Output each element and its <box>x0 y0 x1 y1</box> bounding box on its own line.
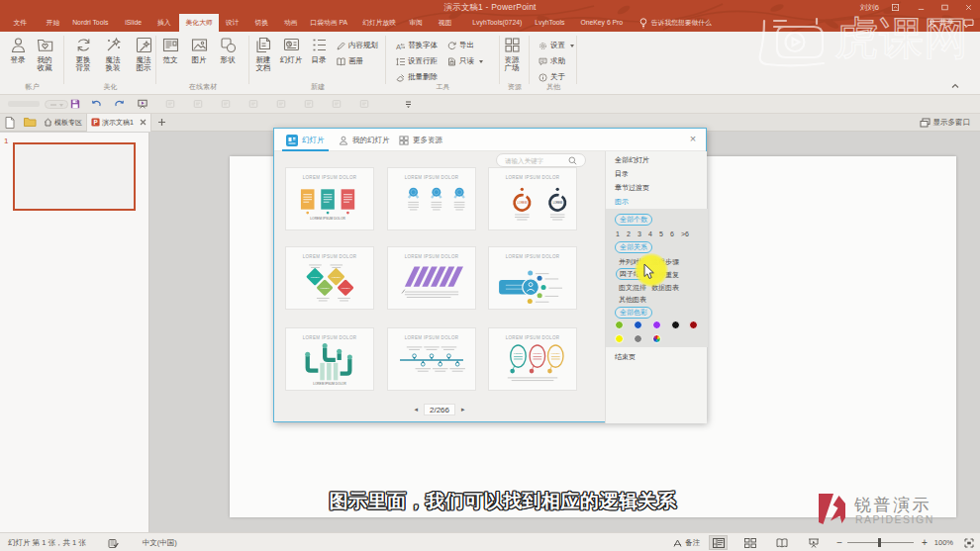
filter-count-4[interactable]: 4 <box>648 230 652 237</box>
menu-tab-11[interactable]: 幻灯片放映 <box>356 14 403 32</box>
menu-tab-12[interactable]: 审阅 <box>403 14 430 32</box>
tab-current-presentation[interactable]: P 演示文稿1 <box>87 114 151 132</box>
zoom-out-button[interactable]: − <box>836 537 842 548</box>
tell-me-box[interactable]: 告诉我您想要做什么 <box>630 14 712 32</box>
filter-color-dot-1[interactable] <box>615 321 624 329</box>
filter-count-6[interactable]: 6 <box>670 230 674 237</box>
menu-tab-10[interactable]: 口袋动画 PA <box>304 14 354 32</box>
menu-tab-2[interactable]: 开始 <box>40 14 66 32</box>
minimize-button[interactable] <box>915 2 927 12</box>
template-thumbnail-6[interactable]: LOREM IPSUM DOLOR <box>488 246 577 310</box>
menu-tab-7[interactable]: 设计 <box>219 14 245 32</box>
menu-tab-6[interactable]: 美化大师 <box>179 14 219 32</box>
sidebar-item-1[interactable]: 全部幻灯片 <box>615 155 649 165</box>
filter-relation-4[interactable]: 循环重复 <box>651 270 679 280</box>
ribbon-button[interactable]: 导出 <box>447 41 474 50</box>
ribbon-button[interactable]: 形状 <box>211 37 245 64</box>
sidebar-item-4[interactable]: 图示 <box>615 197 629 207</box>
dialog-close-button[interactable]: × <box>687 133 699 144</box>
sidebar-item-ending-page[interactable]: 结束页 <box>615 352 636 362</box>
zoom-level[interactable]: 100% <box>934 538 953 547</box>
menu-tab-1[interactable]: 文件 <box>7 14 34 32</box>
open-folder-icon[interactable] <box>20 117 40 128</box>
spellcheck-icon[interactable] <box>108 538 119 548</box>
ribbon-button[interactable]: 关于 <box>539 72 565 82</box>
template-thumbnail-5[interactable]: LOREM IPSUM DOLOR <box>387 246 476 310</box>
undo-icon[interactable] <box>91 99 101 109</box>
filter-color-dot-4[interactable] <box>671 321 680 329</box>
slideshow-view-button[interactable] <box>804 535 823 550</box>
ribbon-button[interactable]: 魔法 换装 <box>96 37 130 72</box>
fit-to-window-button[interactable] <box>964 538 974 548</box>
dialog-tab-1[interactable]: 幻灯片 <box>286 129 325 151</box>
menu-tab-4[interactable]: iSlide <box>119 14 148 32</box>
ribbon-button[interactable]: 批量删除 <box>396 72 438 82</box>
collapse-ribbon-icon[interactable] <box>950 82 960 90</box>
filter-pill-color[interactable]: 全部色彩 <box>615 307 652 319</box>
tab-template-zone[interactable]: 模板专区 <box>40 114 87 132</box>
language-label[interactable]: 中文(中国) <box>143 538 177 548</box>
start-slideshow-icon[interactable] <box>138 99 147 109</box>
next-page-button[interactable]: ▸ <box>461 404 465 415</box>
filter-relation-2[interactable]: 流程步骤 <box>651 257 679 267</box>
filter-relation-5[interactable]: 图文混排 <box>619 283 646 293</box>
close-button[interactable] <box>962 2 974 12</box>
menu-tab-13[interactable]: 视图 <box>432 14 458 32</box>
template-thumbnail-7[interactable]: LOREM IPSUM DOLOR LOREM IPSUM DOLOR <box>285 327 374 391</box>
filter-relation-3[interactable]: 因子结果 <box>616 268 651 280</box>
filter-color-dot-5[interactable] <box>689 321 698 329</box>
zoom-slider[interactable] <box>847 535 914 550</box>
slide-thumbnail[interactable] <box>13 142 136 211</box>
template-thumbnail-2[interactable]: LOREM IPSUM DOLOR <box>387 167 476 230</box>
redo-icon[interactable] <box>115 99 125 109</box>
filter-relation-7[interactable]: 其他图表 <box>619 295 646 305</box>
filter-pill-relation[interactable]: 全部关系 <box>615 241 652 253</box>
menu-tab-5[interactable]: 插入 <box>150 14 177 32</box>
filter-relation-1[interactable]: 并列对比 <box>619 257 646 267</box>
ribbon-button[interactable]: 设置行距 <box>396 56 438 66</box>
show-multiple-windows-button[interactable]: 显示多窗口 <box>920 114 971 132</box>
dialog-tab-2[interactable]: 我的幻灯片 <box>339 129 390 151</box>
filter-color-dot-2[interactable] <box>634 321 642 329</box>
ribbon-button[interactable]: 画册 <box>337 56 363 66</box>
filter-count-5[interactable]: 5 <box>659 230 663 237</box>
menu-tab-16[interactable]: OneKey 6 Pro <box>574 14 630 32</box>
signed-in-user[interactable]: 刘刘6 <box>860 3 879 13</box>
filter-color-dot-6[interactable] <box>615 334 624 343</box>
maximize-button[interactable] <box>938 2 950 12</box>
ribbon-button[interactable]: A替换字体 <box>396 41 438 50</box>
normal-view-button[interactable] <box>709 535 728 550</box>
new-tab-icon[interactable] <box>151 118 173 127</box>
ribbon-button[interactable]: 内容规划 <box>337 41 378 50</box>
ribbon-button[interactable]: 资源 广场 <box>495 37 529 72</box>
ribbon-button[interactable]: 目录 <box>302 37 336 64</box>
ribbon-button[interactable]: 设置 <box>539 41 574 50</box>
zoom-in-button[interactable]: + <box>922 537 928 548</box>
share-button[interactable]: 共享 <box>928 18 954 28</box>
filter-color-dot-3[interactable] <box>652 321 661 329</box>
ribbon-button[interactable]: 求助 <box>539 56 565 66</box>
menu-tab-9[interactable]: 动画 <box>277 14 304 32</box>
filter-count-2[interactable]: 2 <box>627 230 631 237</box>
prev-page-button[interactable]: ◂ <box>414 404 418 415</box>
save-icon[interactable] <box>70 99 80 109</box>
template-thumbnail-4[interactable]: LOREM IPSUM DOLOR LOREM LOREM LOREM LORE… <box>285 246 374 310</box>
filter-count-1[interactable]: 1 <box>616 230 620 237</box>
template-thumbnail-3[interactable]: LOREM IPSUM DOLOR LOREM LOREM <box>488 167 577 230</box>
menu-tab-8[interactable]: 切换 <box>248 14 275 32</box>
menu-tab-14[interactable]: LvyhTools(0724) <box>466 14 529 32</box>
menu-tab-3[interactable]: Nordri Tools <box>66 14 115 32</box>
menu-tab-15[interactable]: LvyhTools <box>529 14 571 32</box>
template-thumbnail-8[interactable]: LOREM IPSUM DOLOR <box>387 327 476 391</box>
template-thumbnail-1[interactable]: LOREM IPSUM DOLOR LOREM IPSUM DOLOR <box>285 167 374 230</box>
notes-button[interactable]: 备注 <box>673 538 700 548</box>
close-tab-icon[interactable] <box>140 119 147 126</box>
sidebar-item-2[interactable]: 目录 <box>615 169 629 179</box>
filter-count-3[interactable]: 3 <box>637 230 641 237</box>
dialog-tab-3[interactable]: 更多资源 <box>399 129 442 151</box>
filter-pill-count[interactable]: 全部个数 <box>615 214 652 226</box>
ribbon-button[interactable]: 我的 收藏 <box>28 37 61 72</box>
comment-bubble-icon[interactable] <box>963 19 974 28</box>
sidebar-item-3[interactable]: 章节过渡页 <box>615 183 649 193</box>
filter-color-dot-8[interactable] <box>652 334 661 343</box>
